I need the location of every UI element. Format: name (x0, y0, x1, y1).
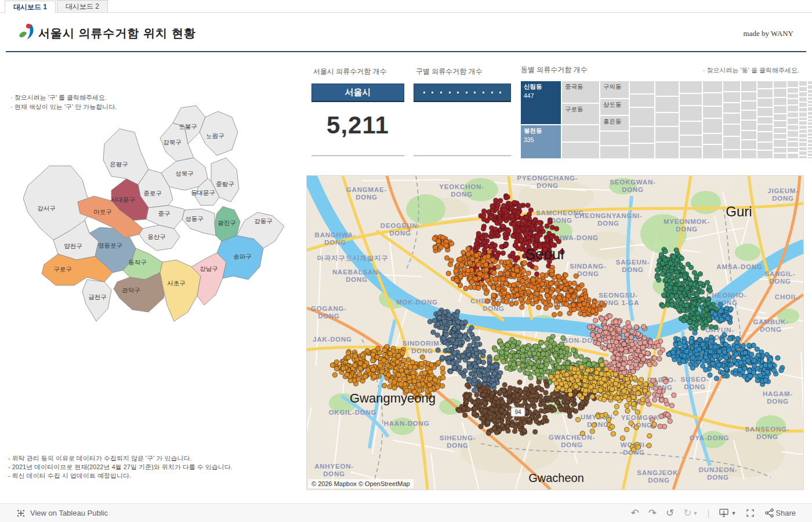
treemap-cell[interactable] (703, 93, 722, 106)
treemap-cell[interactable] (799, 121, 807, 124)
undo-icon[interactable]: ↶ (631, 507, 639, 519)
treemap-cell[interactable] (655, 81, 679, 96)
treemap-cell[interactable] (774, 140, 786, 147)
treemap-cell[interactable] (774, 114, 786, 120)
treemap-cell[interactable] (808, 133, 812, 136)
treemap-cell[interactable] (741, 121, 756, 130)
treemap-cell[interactable] (799, 139, 807, 142)
treemap-cell[interactable] (757, 143, 773, 150)
treemap-cell[interactable] (757, 151, 773, 158)
treemap-cell[interactable] (655, 143, 679, 158)
treemap-cell[interactable] (808, 126, 812, 128)
treemap-cell[interactable] (788, 106, 798, 111)
treemap-cell[interactable] (808, 90, 812, 93)
treemap-cell[interactable] (808, 157, 812, 158)
seoul-filter-button[interactable]: 서울시 (311, 84, 404, 102)
treemap-cell[interactable] (799, 103, 807, 107)
treemap-cell[interactable] (808, 140, 812, 143)
treemap-cell[interactable] (723, 92, 740, 102)
share-button[interactable]: Share (764, 508, 796, 518)
treemap-cell[interactable] (808, 122, 812, 125)
treemap-cell[interactable] (799, 126, 807, 129)
treemap-cell[interactable] (788, 138, 798, 142)
treemap-cell[interactable] (600, 146, 629, 158)
treemap-cell[interactable] (799, 87, 807, 91)
treemap-cell[interactable] (630, 127, 654, 143)
tab-dashboard-1[interactable]: 대시보드 1 (5, 1, 56, 13)
treemap-cell[interactable] (703, 81, 722, 92)
treemap-cell[interactable]: 상도동 (600, 99, 629, 115)
treemap-cell[interactable] (680, 94, 702, 105)
treemap-cell[interactable] (799, 134, 807, 137)
treemap-cell[interactable] (655, 127, 679, 142)
treemap-cell[interactable] (808, 94, 812, 96)
treemap-cell[interactable] (774, 148, 786, 153)
treemap-cell[interactable] (723, 137, 740, 149)
treemap-cell[interactable] (808, 137, 812, 139)
treemap-cell[interactable] (774, 106, 786, 113)
treemap-cell[interactable]: 구로동 (562, 104, 599, 124)
treemap-cell[interactable] (757, 99, 773, 107)
view-on-tableau-public[interactable]: View on Tableau Public (16, 509, 108, 518)
treemap-cell[interactable] (630, 108, 654, 126)
treemap-cell[interactable] (655, 97, 679, 111)
treemap-cell[interactable] (799, 118, 807, 120)
treemap-cell[interactable] (788, 118, 798, 124)
treemap-cell[interactable] (808, 81, 812, 84)
treemap-cell[interactable]: 신림동447 (521, 81, 561, 124)
treemap-cell[interactable] (799, 113, 807, 117)
treemap-cell[interactable] (741, 102, 756, 110)
treemap-cell[interactable] (680, 136, 702, 146)
treemap-cell[interactable] (630, 144, 654, 158)
treemap-cell[interactable] (799, 97, 807, 102)
refresh-caret-icon[interactable]: ▼ (693, 510, 698, 516)
treemap-cell[interactable] (788, 148, 798, 153)
treemap-cell[interactable] (757, 89, 773, 97)
treemap-cell[interactable] (723, 114, 740, 124)
treemap-cell[interactable] (808, 101, 812, 103)
treemap-cell[interactable] (799, 81, 807, 86)
treemap-cell[interactable] (808, 104, 812, 106)
treemap-cell[interactable] (680, 81, 702, 93)
treemap-cell[interactable] (655, 113, 679, 126)
treemap-cell[interactable] (788, 154, 798, 158)
treemap-cell[interactable] (774, 81, 786, 88)
treemap-cell[interactable] (799, 108, 807, 111)
dong-treemap[interactable]: 신림동447봉천동335중곡동구로동구의동상도동홍은동 (521, 81, 802, 158)
treemap-cell[interactable] (799, 147, 807, 150)
treemap-cell[interactable] (808, 119, 812, 121)
treemap-cell[interactable] (774, 154, 786, 158)
treemap-cell[interactable] (788, 131, 798, 136)
treemap-cell[interactable] (808, 85, 812, 89)
treemap-cell[interactable] (774, 134, 786, 139)
treemap-cell[interactable] (703, 119, 722, 133)
treemap-cell[interactable] (788, 88, 798, 93)
treemap-cell[interactable] (600, 132, 629, 145)
treemap-cell[interactable] (808, 154, 812, 156)
treemap-cell[interactable]: 봉천동335 (521, 125, 561, 158)
treemap-cell[interactable] (757, 117, 773, 124)
tab-dashboard-2[interactable]: 대시보드 2 (57, 0, 108, 12)
treemap-cell[interactable] (741, 140, 756, 149)
treemap-cell[interactable] (723, 125, 740, 136)
fullscreen-icon[interactable] (745, 508, 755, 518)
treemap-cell[interactable] (562, 125, 599, 142)
treemap-cell[interactable] (799, 92, 807, 96)
treemap-cell[interactable] (741, 150, 756, 158)
treemap-cell[interactable] (757, 132, 773, 142)
treemap-cell[interactable] (630, 81, 654, 93)
treemap-cell[interactable] (723, 81, 740, 91)
treemap-cell[interactable] (774, 128, 786, 133)
treemap-cell[interactable] (788, 113, 798, 117)
treemap-cell[interactable]: 홍은동 (600, 116, 629, 130)
treemap-cell[interactable] (741, 111, 756, 119)
treemap-cell[interactable] (799, 151, 807, 154)
treemap-cell[interactable] (630, 95, 654, 107)
treemap-cell[interactable] (808, 107, 812, 110)
treemap-cell[interactable] (808, 97, 812, 100)
treemap-cell[interactable] (799, 156, 807, 158)
treemap-cell[interactable] (757, 125, 773, 131)
reset-icon[interactable]: ↺ (666, 507, 674, 519)
treemap-cell[interactable] (741, 131, 756, 139)
seoul-district-minimap[interactable]: 강서구양천구구로구금천구영등포구동작구관악구서초구강남구송파구강동구광진구성동구… (23, 99, 296, 331)
